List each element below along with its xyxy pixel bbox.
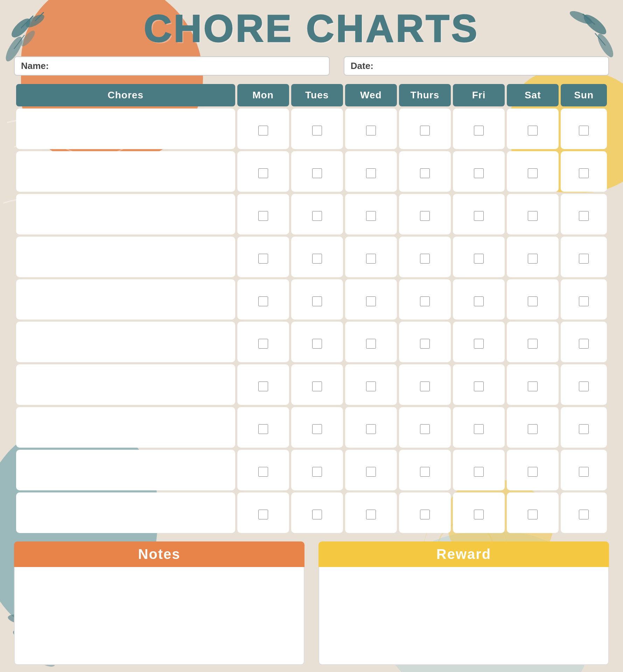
mon-checkbox-row-8[interactable] [258, 467, 268, 477]
mon-cell-row-8[interactable] [237, 450, 289, 490]
sat-cell-row-2[interactable] [507, 194, 559, 234]
mon-cell-row-9[interactable] [237, 492, 289, 533]
fri-cell-row-1[interactable] [453, 151, 505, 192]
mon-cell-row-3[interactable] [237, 237, 289, 277]
sun-checkbox-row-9[interactable] [579, 510, 589, 519]
thurs-cell-row-8[interactable] [399, 450, 451, 490]
chore-cell-1[interactable] [16, 151, 235, 192]
fri-checkbox-row-1[interactable] [474, 168, 484, 178]
mon-cell-row-1[interactable] [237, 151, 289, 192]
fri-checkbox-row-0[interactable] [474, 126, 484, 135]
sun-checkbox-row-5[interactable] [579, 339, 589, 349]
fri-checkbox-row-7[interactable] [474, 424, 484, 434]
mon-checkbox-row-9[interactable] [258, 510, 268, 519]
reward-input[interactable] [323, 571, 604, 660]
wed-cell-row-7[interactable] [345, 407, 397, 448]
sat-cell-row-7[interactable] [507, 407, 559, 448]
sun-cell-row-6[interactable] [561, 364, 607, 405]
mon-cell-row-4[interactable] [237, 279, 289, 320]
sun-checkbox-row-1[interactable] [579, 168, 589, 178]
sun-cell-row-3[interactable] [561, 237, 607, 277]
notes-input[interactable] [19, 571, 300, 660]
fri-checkbox-row-8[interactable] [474, 467, 484, 477]
wed-checkbox-row-2[interactable] [366, 211, 376, 221]
sun-checkbox-row-7[interactable] [579, 424, 589, 434]
chore-input-4[interactable] [19, 282, 232, 317]
sat-checkbox-row-6[interactable] [528, 382, 538, 391]
mon-cell-row-6[interactable] [237, 364, 289, 405]
chore-cell-7[interactable] [16, 407, 235, 448]
sun-checkbox-row-4[interactable] [579, 296, 589, 306]
sun-cell-row-8[interactable] [561, 450, 607, 490]
tues-checkbox-row-1[interactable] [312, 168, 322, 178]
sun-checkbox-row-2[interactable] [579, 211, 589, 221]
wed-cell-row-2[interactable] [345, 194, 397, 234]
sun-checkbox-row-3[interactable] [579, 254, 589, 264]
wed-cell-row-1[interactable] [345, 151, 397, 192]
chore-cell-0[interactable] [16, 108, 235, 149]
thurs-checkbox-row-3[interactable] [420, 254, 430, 264]
thurs-cell-row-0[interactable] [399, 108, 451, 149]
fri-cell-row-9[interactable] [453, 492, 505, 533]
tues-cell-row-2[interactable] [291, 194, 343, 234]
fri-checkbox-row-6[interactable] [474, 382, 484, 391]
thurs-checkbox-row-7[interactable] [420, 424, 430, 434]
sat-checkbox-row-5[interactable] [528, 339, 538, 349]
wed-checkbox-row-6[interactable] [366, 382, 376, 391]
thurs-checkbox-row-8[interactable] [420, 467, 430, 477]
wed-cell-row-8[interactable] [345, 450, 397, 490]
fri-cell-row-4[interactable] [453, 279, 505, 320]
wed-cell-row-3[interactable] [345, 237, 397, 277]
fri-cell-row-6[interactable] [453, 364, 505, 405]
chore-cell-9[interactable] [16, 492, 235, 533]
tues-cell-row-8[interactable] [291, 450, 343, 490]
chore-input-7[interactable] [19, 410, 232, 445]
chore-cell-3[interactable] [16, 237, 235, 277]
mon-cell-row-7[interactable] [237, 407, 289, 448]
thurs-checkbox-row-6[interactable] [420, 382, 430, 391]
fri-checkbox-row-4[interactable] [474, 296, 484, 306]
wed-checkbox-row-9[interactable] [366, 510, 376, 519]
sun-cell-row-1[interactable] [561, 151, 607, 192]
fri-checkbox-row-5[interactable] [474, 339, 484, 349]
thurs-checkbox-row-9[interactable] [420, 510, 430, 519]
sat-checkbox-row-0[interactable] [528, 126, 538, 135]
thurs-checkbox-row-4[interactable] [420, 296, 430, 306]
fri-checkbox-row-9[interactable] [474, 510, 484, 519]
sun-cell-row-9[interactable] [561, 492, 607, 533]
thurs-cell-row-4[interactable] [399, 279, 451, 320]
tues-cell-row-6[interactable] [291, 364, 343, 405]
sat-cell-row-6[interactable] [507, 364, 559, 405]
fri-cell-row-7[interactable] [453, 407, 505, 448]
sat-cell-row-9[interactable] [507, 492, 559, 533]
mon-checkbox-row-3[interactable] [258, 254, 268, 264]
thurs-cell-row-7[interactable] [399, 407, 451, 448]
wed-cell-row-0[interactable] [345, 108, 397, 149]
tues-cell-row-1[interactable] [291, 151, 343, 192]
chore-cell-4[interactable] [16, 279, 235, 320]
wed-checkbox-row-8[interactable] [366, 467, 376, 477]
sun-cell-row-2[interactable] [561, 194, 607, 234]
thurs-checkbox-row-1[interactable] [420, 168, 430, 178]
sun-cell-row-4[interactable] [561, 279, 607, 320]
fri-cell-row-0[interactable] [453, 108, 505, 149]
thurs-checkbox-row-0[interactable] [420, 126, 430, 135]
mon-checkbox-row-0[interactable] [258, 126, 268, 135]
sun-checkbox-row-6[interactable] [579, 382, 589, 391]
sat-cell-row-1[interactable] [507, 151, 559, 192]
thurs-cell-row-6[interactable] [399, 364, 451, 405]
thurs-checkbox-row-2[interactable] [420, 211, 430, 221]
mon-checkbox-row-7[interactable] [258, 424, 268, 434]
date-input[interactable] [376, 61, 602, 71]
wed-checkbox-row-0[interactable] [366, 126, 376, 135]
sat-checkbox-row-1[interactable] [528, 168, 538, 178]
mon-checkbox-row-6[interactable] [258, 382, 268, 391]
sun-checkbox-row-8[interactable] [579, 467, 589, 477]
thurs-cell-row-3[interactable] [399, 237, 451, 277]
thurs-cell-row-5[interactable] [399, 322, 451, 362]
chore-input-3[interactable] [19, 239, 232, 274]
sat-checkbox-row-7[interactable] [528, 424, 538, 434]
sun-cell-row-7[interactable] [561, 407, 607, 448]
name-input[interactable] [51, 61, 322, 71]
sat-checkbox-row-9[interactable] [528, 510, 538, 519]
